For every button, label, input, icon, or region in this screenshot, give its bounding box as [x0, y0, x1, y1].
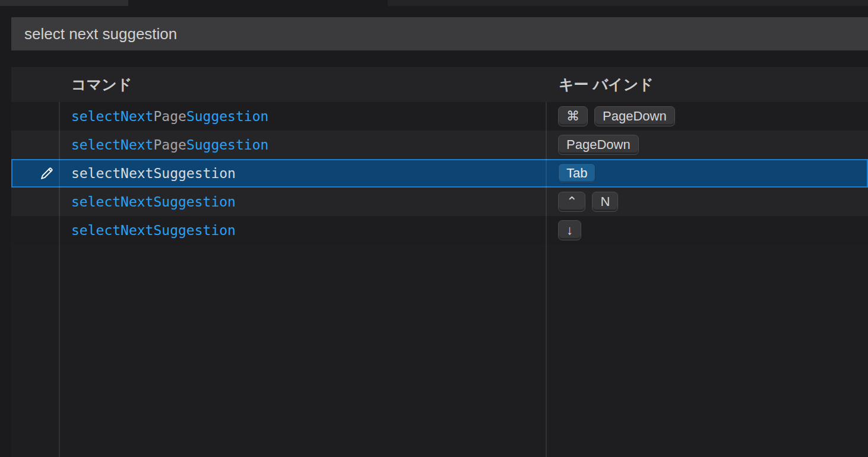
command-cell: selectNextSuggestion — [59, 166, 546, 181]
command-text-segment: selectNextSuggestion — [71, 223, 236, 238]
key-chip: ↓ — [558, 220, 581, 240]
command-text-segment: selectNext — [71, 137, 153, 153]
command-text-segment: selectNext — [71, 109, 153, 124]
command-text-segment: selectNextSuggestion — [71, 194, 236, 210]
key-chip: ⌘ — [558, 106, 588, 126]
edit-pencil-icon[interactable] — [39, 165, 55, 182]
command-cell: selectNextPageSuggestion — [59, 109, 546, 124]
actions-column-header — [11, 67, 59, 102]
key-chip: PageDown — [594, 106, 675, 126]
table-row[interactable]: selectNextSuggestion ⌃N — [11, 188, 868, 216]
tab-partial-active[interactable] — [128, 0, 388, 6]
keybindings-search-box — [11, 17, 868, 50]
table-row[interactable]: selectNextSuggestion ↓ — [11, 216, 868, 245]
keybinding-cell: ⌘PageDown — [546, 102, 868, 131]
key-chip: ⌃ — [558, 192, 585, 212]
keybindings-table: コマンド キー バインド selectNextPageSuggestion ⌘P… — [11, 67, 868, 457]
command-text-segment: selectNextSuggestion — [71, 166, 236, 181]
row-actions-gutter — [11, 102, 59, 131]
command-column-header: コマンド — [59, 75, 546, 94]
keybinding-cell: ↓ — [546, 216, 868, 245]
table-row[interactable]: selectNextPageSuggestion ⌘PageDown — [11, 102, 868, 131]
search-input[interactable] — [11, 17, 868, 50]
key-chip: Tab — [558, 163, 595, 183]
keybinding-cell: Tab — [546, 160, 867, 186]
row-actions-gutter — [12, 160, 59, 186]
command-cell: selectNextSuggestion — [59, 223, 546, 238]
row-actions-gutter — [11, 131, 59, 159]
tab-partial-left[interactable] — [0, 0, 128, 6]
keybinding-cell: PageDown — [546, 131, 868, 159]
command-text-segment: Page — [153, 109, 186, 124]
table-header-row: コマンド キー バインド — [11, 67, 868, 102]
row-actions-gutter — [11, 188, 59, 216]
command-text-segment: Suggestion — [186, 109, 268, 124]
keybinding-column-header: キー バインド — [546, 75, 868, 94]
column-separator-right — [546, 102, 547, 457]
editor-tab-strip — [0, 0, 868, 6]
command-cell: selectNextSuggestion — [59, 194, 546, 210]
tab-bar-empty-space — [388, 0, 868, 6]
row-actions-gutter — [11, 216, 59, 245]
command-cell: selectNextPageSuggestion — [59, 137, 546, 153]
column-separator-left — [59, 102, 60, 457]
key-chip: PageDown — [558, 135, 639, 155]
command-text-segment: Suggestion — [186, 137, 268, 153]
table-body: selectNextPageSuggestion ⌘PageDown selec… — [11, 102, 868, 457]
table-row[interactable]: selectNextPageSuggestion PageDown — [11, 131, 868, 159]
keybinding-cell: ⌃N — [546, 188, 868, 216]
table-row[interactable]: selectNextSuggestion Tab — [11, 159, 868, 188]
key-chip: N — [592, 192, 618, 212]
command-text-segment: Page — [153, 137, 186, 153]
